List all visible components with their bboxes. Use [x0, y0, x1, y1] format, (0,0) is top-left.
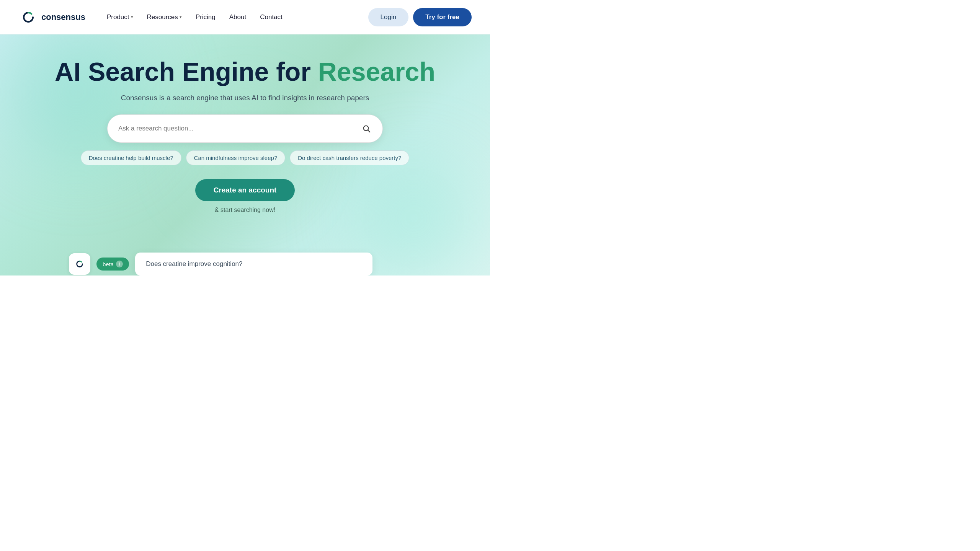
create-account-button[interactable]: Create an account: [195, 179, 295, 201]
svg-point-0: [18, 7, 38, 27]
nav-item-about[interactable]: About: [223, 10, 252, 24]
nav-item-resources[interactable]: Resources ▾: [141, 10, 188, 24]
login-button[interactable]: Login: [368, 8, 409, 26]
hero-cta-sub: & start searching now!: [215, 207, 275, 214]
nav-item-pricing[interactable]: Pricing: [189, 10, 222, 24]
nav-label-product: Product: [107, 13, 129, 21]
chevron-down-icon-product: ▾: [131, 15, 133, 20]
navbar: consensus Product ▾ Resources ▾ Pricing …: [0, 0, 490, 34]
nav-label-pricing: Pricing: [196, 13, 216, 21]
nav-label-about: About: [229, 13, 246, 21]
chip-mindfulness-sleep[interactable]: Can mindfulness improve sleep?: [186, 150, 286, 165]
nav-actions: Login Try for free: [368, 8, 472, 26]
search-input[interactable]: [118, 125, 358, 132]
chip-creatine-muscle[interactable]: Does creatine help build muscle?: [81, 150, 181, 165]
search-preview-text: Does creatine improve cognition?: [146, 260, 242, 267]
try-for-free-button[interactable]: Try for free: [413, 8, 472, 26]
svg-line-2: [368, 130, 370, 132]
hero-section: AI Search Engine for Research Consensus …: [0, 34, 490, 276]
hero-subtitle: Consensus is a search engine that uses A…: [121, 94, 369, 102]
suggestion-chips: Does creatine help build muscle? Can min…: [81, 150, 410, 165]
beta-label: beta: [103, 261, 114, 267]
chevron-down-icon-resources: ▾: [180, 15, 182, 20]
hero-title-accent: Research: [318, 57, 435, 86]
search-bar: [107, 114, 383, 143]
bottom-preview: beta i Does creatine improve cognition?: [0, 253, 490, 276]
info-icon: i: [116, 261, 123, 267]
nav-item-product[interactable]: Product ▾: [101, 10, 139, 24]
logo-small: [69, 253, 90, 275]
nav-label-contact: Contact: [260, 13, 283, 21]
hero-content: AI Search Engine for Research Consensus …: [0, 57, 490, 229]
nav-label-resources: Resources: [147, 13, 178, 21]
search-button[interactable]: [358, 120, 375, 137]
search-preview-bar: Does creatine improve cognition?: [135, 253, 372, 276]
logo-text: consensus: [41, 12, 85, 22]
hero-title-main: AI Search Engine for: [55, 57, 318, 86]
nav-item-contact[interactable]: Contact: [254, 10, 289, 24]
chip-cash-transfers[interactable]: Do direct cash transfers reduce poverty?: [290, 150, 409, 165]
hero-title: AI Search Engine for Research: [55, 57, 435, 86]
nav-links: Product ▾ Resources ▾ Pricing About Cont…: [101, 10, 368, 24]
logo[interactable]: consensus: [18, 7, 85, 27]
beta-badge: beta i: [96, 258, 129, 271]
